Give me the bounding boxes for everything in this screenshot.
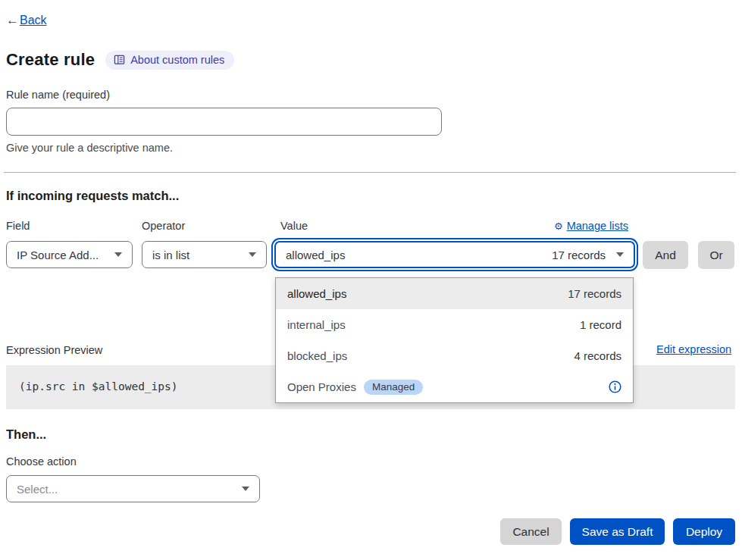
list-option-name: Open Proxies xyxy=(287,380,356,393)
action-select-placeholder: Select... xyxy=(17,483,58,496)
chevron-down-icon xyxy=(249,252,256,257)
value-select-count: 17 records xyxy=(552,249,606,261)
about-custom-rules-link[interactable]: About custom rules xyxy=(105,51,234,70)
gear-icon: ⚙ xyxy=(554,221,563,232)
book-icon xyxy=(114,55,125,65)
manage-lists-link[interactable]: ⚙ Manage lists xyxy=(554,220,628,232)
title-row: Create rule About custom rules xyxy=(6,50,234,70)
list-option-internal-ips[interactable]: internal_ips 1 record xyxy=(276,309,633,340)
managed-badge: Managed xyxy=(364,380,423,395)
chevron-down-icon xyxy=(242,486,249,491)
rule-name-input[interactable] xyxy=(6,108,442,136)
rule-name-help-text: Give your rule a descriptive name. xyxy=(6,142,173,154)
page-title: Create rule xyxy=(6,50,95,70)
field-select-value: IP Source Add... xyxy=(17,249,99,261)
value-select-name: allowed_ips xyxy=(286,249,345,261)
and-button[interactable]: And xyxy=(643,241,688,269)
value-label: Value xyxy=(280,220,308,232)
action-select[interactable]: Select... xyxy=(6,475,260,502)
list-option-count: 17 records xyxy=(568,287,621,300)
then-section-heading: Then... xyxy=(6,427,46,442)
field-label: Field xyxy=(6,220,30,232)
info-icon[interactable] xyxy=(609,380,621,393)
save-as-draft-button[interactable]: Save as Draft xyxy=(570,518,665,545)
list-option-blocked-ips[interactable]: blocked_ips 4 records xyxy=(276,340,633,371)
rule-name-label: Rule name (required) xyxy=(6,89,110,101)
list-option-allowed-ips[interactable]: allowed_ips 17 records xyxy=(276,278,633,309)
chevron-down-icon xyxy=(114,252,122,257)
operator-label: Operator xyxy=(142,220,185,232)
deploy-button[interactable]: Deploy xyxy=(673,518,735,545)
match-section-heading: If incoming requests match... xyxy=(6,189,179,203)
list-option-name: blocked_ips xyxy=(287,349,347,362)
or-button[interactable]: Or xyxy=(698,241,734,269)
value-list-dropdown: allowed_ips 17 records internal_ips 1 re… xyxy=(275,277,634,403)
back-link-label: Back xyxy=(20,14,47,27)
value-select[interactable]: allowed_ips 17 records xyxy=(274,241,635,268)
chevron-down-icon xyxy=(616,252,624,257)
about-custom-rules-label: About custom rules xyxy=(130,54,224,66)
section-divider xyxy=(4,172,736,173)
operator-select[interactable]: is in list xyxy=(142,241,267,268)
create-rule-page: ← Back Create rule About custom rules Ru… xyxy=(0,0,742,560)
manage-lists-label: Manage lists xyxy=(567,220,628,232)
operator-select-value: is in list xyxy=(152,249,189,261)
back-link[interactable]: ← Back xyxy=(6,13,47,28)
field-select[interactable]: IP Source Add... xyxy=(6,241,133,268)
list-option-name: internal_ips xyxy=(287,318,346,331)
list-option-open-proxies[interactable]: Open Proxies Managed xyxy=(276,371,633,402)
back-arrow-icon: ← xyxy=(6,13,19,28)
choose-action-label: Choose action xyxy=(6,455,77,468)
list-option-name: allowed_ips xyxy=(287,287,346,300)
list-option-count: 1 record xyxy=(580,318,621,331)
list-option-count: 4 records xyxy=(574,349,621,362)
edit-expression-link[interactable]: Edit expression xyxy=(656,343,731,355)
expression-preview-label: Expression Preview xyxy=(6,344,102,356)
cancel-button[interactable]: Cancel xyxy=(500,518,562,545)
expression-code: (ip.src in $allowed_ips) xyxy=(19,380,178,393)
